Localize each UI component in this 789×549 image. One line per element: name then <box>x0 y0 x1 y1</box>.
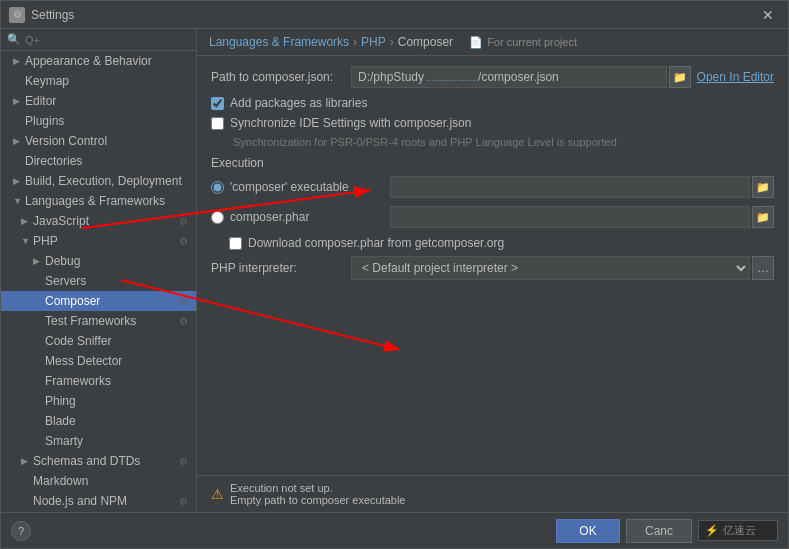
sidebar-item-test-frameworks[interactable]: Test Frameworks⚙ <box>1 311 196 331</box>
composer-executable-input[interactable] <box>390 176 750 198</box>
sidebar-item-version-control[interactable]: ▶Version Control <box>1 131 196 151</box>
sidebar-label-debug: Debug <box>45 254 188 268</box>
execution-title: Execution <box>211 156 774 170</box>
sidebar-item-restructured[interactable]: ReStructured Text <box>1 511 196 512</box>
sidebar-arrow-appearance: ▶ <box>13 56 23 66</box>
for-project-label: For current project <box>487 36 577 48</box>
sidebar-label-editor: Editor <box>25 94 188 108</box>
path-row: Path to composer.json: D:/phpStudy .....… <box>211 66 774 88</box>
sidebar-label-keymap: Keymap <box>25 74 188 88</box>
sidebar-item-directories[interactable]: Directories <box>1 151 196 171</box>
path-ellipsis: .................. <box>426 72 476 83</box>
path-label: Path to composer.json: <box>211 70 351 84</box>
sidebar-label-blade: Blade <box>45 414 188 428</box>
sidebar-item-php[interactable]: ▼PHP⚙ <box>1 231 196 251</box>
sidebar-item-debug[interactable]: ▶Debug <box>1 251 196 271</box>
sidebar-label-plugins: Plugins <box>25 114 188 128</box>
checkbox-sync[interactable] <box>211 117 224 130</box>
checkbox-download[interactable] <box>229 237 242 250</box>
warning-bar: ⚠ Execution not set up. Empty path to co… <box>197 475 788 512</box>
checkbox-sync-label: Synchronize IDE Settings with composer.j… <box>230 116 471 130</box>
bottom-bar: ? OK Canc ⚡ 亿速云 <box>1 512 788 548</box>
sidebar-item-composer[interactable]: Composer⚙ <box>1 291 196 311</box>
sidebar-label-languages: Languages & Frameworks <box>25 194 188 208</box>
sidebar-item-editor[interactable]: ▶Editor <box>1 91 196 111</box>
sidebar-item-smarty[interactable]: Smarty <box>1 431 196 451</box>
gear-icon-composer: ⚙ <box>179 296 188 307</box>
search-bar: 🔍 <box>1 29 196 51</box>
sidebar-item-code-sniffer[interactable]: Code Sniffer <box>1 331 196 351</box>
sidebar-arrow-schemas: ▶ <box>21 456 31 466</box>
radio-phar[interactable] <box>211 211 224 224</box>
radio-composer[interactable] <box>211 181 224 194</box>
close-button[interactable]: ✕ <box>756 5 780 25</box>
radio-phar-row: composer.phar 📁 <box>211 206 774 228</box>
breadcrumb-part1: Languages & Frameworks <box>209 35 349 49</box>
watermark: ⚡ 亿速云 <box>698 520 778 541</box>
sync-hint: Synchronization for PSR-0/PSR-4 roots an… <box>211 136 774 148</box>
window-title: Settings <box>31 8 756 22</box>
sidebar-item-blade[interactable]: Blade <box>1 411 196 431</box>
sidebar-item-javascript[interactable]: ▶JavaScript⚙ <box>1 211 196 231</box>
sidebar-arrow-languages: ▼ <box>13 196 23 206</box>
sidebar-label-test-frameworks: Test Frameworks <box>45 314 177 328</box>
breadcrumb-sep2: › <box>390 35 394 49</box>
interpreter-edit-btn[interactable]: … <box>752 256 774 280</box>
interpreter-select[interactable]: < Default project interpreter > <box>351 256 750 280</box>
checkbox-download-label: Download composer.phar from getcomposer.… <box>248 236 504 250</box>
radio-composer-row: 'composer' executable 📁 <box>211 176 774 198</box>
app-icon: ⚙ <box>9 7 25 23</box>
sidebar-item-nodejs[interactable]: Node.js and NPM⚙ <box>1 491 196 511</box>
sidebar-label-composer: Composer <box>45 294 177 308</box>
search-icon: 🔍 <box>7 33 21 46</box>
checkbox-sync-row: Synchronize IDE Settings with composer.j… <box>211 116 774 130</box>
sidebar-label-code-sniffer: Code Sniffer <box>45 334 188 348</box>
open-in-editor-button[interactable]: Open In Editor <box>697 70 774 84</box>
sidebar-item-plugins[interactable]: Plugins <box>1 111 196 131</box>
checkbox-add-packages[interactable] <box>211 97 224 110</box>
sidebar-item-frameworks[interactable]: Frameworks <box>1 371 196 391</box>
composer-executable-folder-btn[interactable]: 📁 <box>752 176 774 198</box>
panel-content: Path to composer.json: D:/phpStudy .....… <box>197 56 788 475</box>
sidebar-label-directories: Directories <box>25 154 188 168</box>
ok-button[interactable]: OK <box>556 519 620 543</box>
main-content: 🔍 ▶Appearance & BehaviorKeymap▶EditorPlu… <box>1 29 788 512</box>
sidebar-arrow-editor: ▶ <box>13 96 23 106</box>
composer-phar-input[interactable] <box>390 206 750 228</box>
warning-line2: Empty path to composer executable <box>230 494 405 506</box>
radio-composer-label: 'composer' executable <box>230 180 390 194</box>
titlebar: ⚙ Settings ✕ <box>1 1 788 29</box>
sidebar-arrow-version-control: ▶ <box>13 136 23 146</box>
sidebar-arrow-php: ▼ <box>21 236 31 246</box>
path-value-box: D:/phpStudy .................. /composer… <box>351 66 667 88</box>
path-suffix: /composer.json <box>478 70 559 84</box>
watermark-text: 亿速云 <box>723 523 756 538</box>
sidebar-item-schemas[interactable]: ▶Schemas and DTDs⚙ <box>1 451 196 471</box>
sidebar-label-build: Build, Execution, Deployment <box>25 174 188 188</box>
sidebar-item-build[interactable]: ▶Build, Execution, Deployment <box>1 171 196 191</box>
for-project-button[interactable]: 📄 For current project <box>469 36 577 49</box>
interpreter-label: PHP interpreter: <box>211 261 351 275</box>
sidebar-label-appearance: Appearance & Behavior <box>25 54 188 68</box>
cancel-button[interactable]: Canc <box>626 519 692 543</box>
sidebar-label-mess-detector: Mess Detector <box>45 354 188 368</box>
phar-folder-btn[interactable]: 📁 <box>752 206 774 228</box>
gear-icon-javascript: ⚙ <box>179 216 188 227</box>
sidebar-item-phing[interactable]: Phing <box>1 391 196 411</box>
sidebar-item-appearance[interactable]: ▶Appearance & Behavior <box>1 51 196 71</box>
search-input[interactable] <box>25 34 190 46</box>
warning-icon: ⚠ <box>211 486 224 502</box>
path-folder-button[interactable]: 📁 <box>669 66 691 88</box>
sidebar-label-markdown: Markdown <box>33 474 188 488</box>
sidebar-label-servers: Servers <box>45 274 188 288</box>
sidebar-label-version-control: Version Control <box>25 134 188 148</box>
gear-icon-php: ⚙ <box>179 236 188 247</box>
sidebar-item-mess-detector[interactable]: Mess Detector <box>1 351 196 371</box>
sidebar-item-keymap[interactable]: Keymap <box>1 71 196 91</box>
warning-text: Execution not set up. Empty path to comp… <box>230 482 405 506</box>
interpreter-row: PHP interpreter: < Default project inter… <box>211 256 774 280</box>
sidebar-item-languages[interactable]: ▼Languages & Frameworks <box>1 191 196 211</box>
sidebar-item-markdown[interactable]: Markdown <box>1 471 196 491</box>
help-button[interactable]: ? <box>11 521 31 541</box>
sidebar-item-servers[interactable]: Servers <box>1 271 196 291</box>
